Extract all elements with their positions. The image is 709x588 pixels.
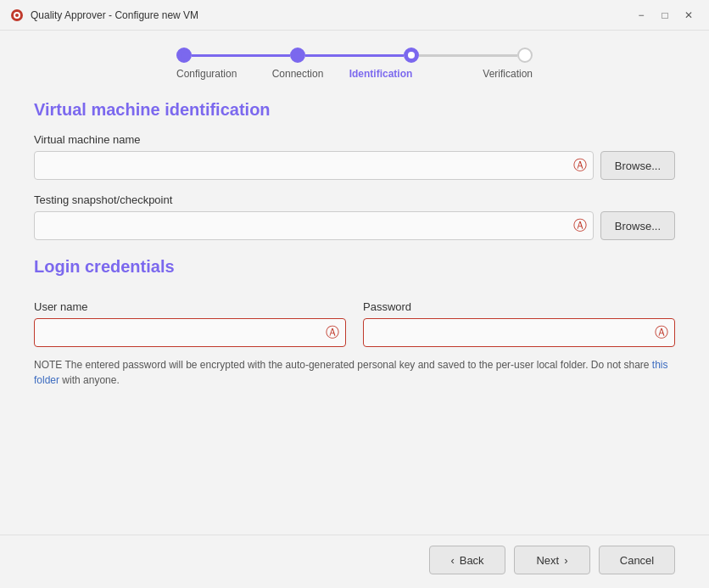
- username-input[interactable]: [34, 318, 346, 347]
- cancel-button[interactable]: Cancel: [599, 546, 675, 574]
- back-label: Back: [460, 554, 484, 567]
- app-icon: [10, 8, 24, 22]
- stepper-labels: Configuration Connection Identification …: [176, 68, 533, 80]
- credentials-row: User name Ⓐ Password Ⓐ: [34, 300, 675, 347]
- back-button[interactable]: ‹ Back: [429, 546, 505, 574]
- next-chevron-icon: ›: [564, 554, 567, 567]
- step-label-verification: Verification: [456, 68, 533, 80]
- minimize-button[interactable]: −: [631, 5, 651, 25]
- username-group: User name Ⓐ: [34, 300, 346, 347]
- credentials-title: Login credentials: [34, 257, 675, 277]
- snapshot-input-wrapper: Ⓐ: [34, 211, 594, 240]
- section-title: Virtual machine identification: [34, 100, 675, 120]
- step-line-1: [192, 54, 290, 57]
- next-label: Next: [536, 554, 559, 567]
- note-text-before: NOTE The entered password will be encryp…: [34, 359, 652, 371]
- vm-name-input-wrapper: Ⓐ: [34, 151, 594, 180]
- step-label-identification: Identification: [343, 68, 419, 80]
- main-content: Configuration Connection Identification …: [0, 31, 709, 535]
- step-line-2: [305, 54, 404, 57]
- vm-name-input[interactable]: [34, 151, 594, 180]
- password-input[interactable]: [363, 318, 675, 347]
- password-input-wrapper: Ⓐ: [363, 318, 675, 347]
- snapshot-input[interactable]: [34, 211, 594, 240]
- snapshot-browse-button[interactable]: Browse...: [600, 211, 675, 240]
- title-bar-text: Quality Approver - Configure new VM: [31, 9, 631, 21]
- note-text: NOTE The entered password will be encryp…: [34, 357, 675, 388]
- snapshot-label: Testing snapshot/checkpoint: [34, 193, 675, 206]
- note-text-after: with anyone.: [59, 374, 120, 386]
- window-controls: − □ ✕: [631, 5, 699, 25]
- back-chevron-icon: ‹: [450, 554, 454, 567]
- username-label: User name: [34, 300, 346, 313]
- cancel-label: Cancel: [620, 554, 654, 567]
- step-circle-connection: [290, 48, 305, 63]
- title-bar: Quality Approver - Configure new VM − □ …: [0, 0, 709, 31]
- next-button[interactable]: Next ›: [514, 546, 590, 574]
- close-button[interactable]: ✕: [678, 5, 699, 25]
- vm-name-browse-button[interactable]: Browse...: [600, 151, 675, 180]
- password-group: Password Ⓐ: [363, 300, 675, 347]
- step-circle-configuration: [176, 48, 192, 63]
- vm-name-label: Virtual machine name: [34, 133, 675, 146]
- stepper: Configuration Connection Identification …: [34, 48, 675, 80]
- step-line-3: [419, 54, 517, 57]
- svg-point-2: [15, 14, 19, 17]
- stepper-track: [176, 48, 533, 63]
- step-label-configuration: Configuration: [176, 68, 253, 80]
- step-circle-identification: [404, 48, 419, 63]
- password-label: Password: [363, 300, 675, 313]
- step-circle-verification: [517, 48, 533, 63]
- footer: ‹ Back Next › Cancel: [0, 535, 709, 588]
- username-input-wrapper: Ⓐ: [34, 318, 346, 347]
- vm-name-row: Ⓐ Browse...: [34, 151, 675, 180]
- snapshot-row: Ⓐ Browse...: [34, 211, 675, 240]
- maximize-button[interactable]: □: [655, 5, 675, 25]
- step-label-connection: Connection: [260, 68, 336, 80]
